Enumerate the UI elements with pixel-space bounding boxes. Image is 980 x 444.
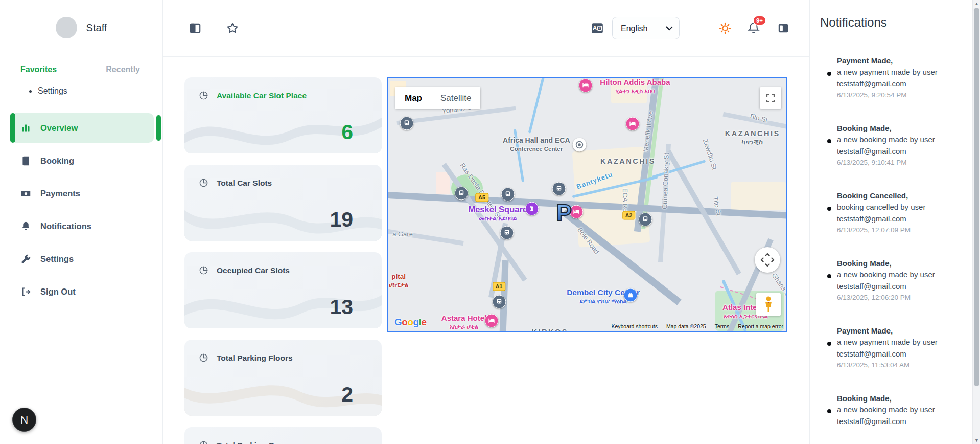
notification-item[interactable]: Payment Made, a new payment made by user… xyxy=(827,55,965,101)
pie-chart-icon xyxy=(199,265,208,275)
notification-item[interactable]: Booking Made, a new booking made by user… xyxy=(827,258,965,303)
bus-stop-pin[interactable] xyxy=(454,187,468,201)
sidebar-item-label: Settings xyxy=(40,254,74,264)
favorite-item-label: Settings xyxy=(38,86,67,96)
bullet-icon xyxy=(827,342,831,346)
map-label: pitalሆስፒታል xyxy=(389,273,408,288)
translate-icon: AZ xyxy=(591,21,604,35)
tab-favorites[interactable]: Favorites xyxy=(20,65,57,74)
pan-control-button[interactable] xyxy=(755,247,780,273)
stat-card-total-slots[interactable]: Total Car Slots 19 xyxy=(184,165,382,241)
stat-card-title: Available Car Slot Place xyxy=(217,91,307,100)
notification-item[interactable]: Payment Made, a new payment made by user… xyxy=(827,325,965,371)
notification-description: a new booking made by user teststaff@gma… xyxy=(837,269,954,292)
favorites-list: Settings xyxy=(0,74,162,96)
notification-item[interactable]: Booking Made, a new booking made by user… xyxy=(827,123,965,168)
parking-marker[interactable]: P xyxy=(556,201,572,225)
bell-icon xyxy=(20,221,31,232)
notification-item[interactable]: Booking Made, a new booking made by user… xyxy=(827,393,965,427)
scroll-up-arrow-icon[interactable]: ▲ xyxy=(973,0,980,7)
map-data-label: Map data ©2025 xyxy=(666,323,706,329)
stat-card-value: 13 xyxy=(330,295,353,319)
sidebar-tabs: Favorites Recently xyxy=(0,65,162,74)
sidebar-item-notifications[interactable]: Notifications xyxy=(10,211,154,241)
notification-title: Booking Made, xyxy=(837,123,954,134)
stats-column: Available Car Slot Place 6 Total Car Slo… xyxy=(184,77,382,444)
bullet-icon xyxy=(827,72,831,76)
report-error-link[interactable]: Report a map error xyxy=(738,323,783,329)
hotel-pin[interactable] xyxy=(484,314,498,328)
bus-stop-pin[interactable] xyxy=(552,182,566,196)
pie-chart-icon xyxy=(199,440,208,444)
window-scrollbar[interactable]: ▲ ▼ xyxy=(972,0,980,444)
map-label: Astara Hotelአስታራ ሆቴል xyxy=(441,314,486,331)
sidebar-item-overview[interactable]: Overview xyxy=(10,113,154,143)
book-icon xyxy=(20,156,31,166)
stat-card-value: 6 xyxy=(341,120,353,144)
favorite-item-settings[interactable]: Settings xyxy=(29,86,162,96)
shopping-pin[interactable] xyxy=(623,288,637,302)
sidebar-nav: Overview Booking Payments Notification xyxy=(0,113,162,306)
sidebar-item-payments[interactable]: Payments xyxy=(10,179,154,208)
dashboard-content: Available Car Slot Place 6 Total Car Slo… xyxy=(163,57,809,444)
bar-chart-icon xyxy=(20,123,31,134)
theme-sun-icon[interactable] xyxy=(718,21,732,35)
scrollbar-thumb[interactable] xyxy=(974,8,979,386)
language-select[interactable]: English xyxy=(612,17,680,39)
satellite-view-button[interactable]: Satellite xyxy=(431,87,480,109)
bus-stop-pin[interactable] xyxy=(639,212,652,226)
sidebar-item-sign-out[interactable]: Sign Out xyxy=(10,277,154,306)
devtools-button[interactable]: N xyxy=(12,408,36,432)
keyboard-shortcuts-link[interactable]: Keyboard shortcuts xyxy=(611,323,657,329)
stat-card-value: 19 xyxy=(330,208,353,232)
active-indicator-right xyxy=(156,115,161,141)
right-panel-toggle-icon[interactable] xyxy=(777,21,790,35)
active-indicator-left xyxy=(10,113,15,143)
stat-card-title: Total Parking Floors xyxy=(217,353,293,363)
google-map[interactable]: Hilton Addis Ababaሂልተን አዲስ አበባYohanis St… xyxy=(387,77,787,332)
hotel-pin[interactable] xyxy=(625,117,639,131)
pegman-icon xyxy=(763,296,774,313)
landmark-pin[interactable] xyxy=(525,202,539,215)
bullet-icon xyxy=(29,90,32,93)
bus-stop-pin[interactable] xyxy=(400,117,413,130)
profile-name: Staff xyxy=(86,22,107,34)
notification-description: booking cancelled by user teststaff@gmai… xyxy=(837,201,954,225)
profile[interactable]: Staff xyxy=(0,0,162,38)
pegman-button[interactable] xyxy=(756,293,781,316)
sidebar-item-label: Overview xyxy=(40,123,78,133)
stat-card-available-slots[interactable]: Available Car Slot Place 6 xyxy=(184,77,382,153)
notification-count-badge: 9+ xyxy=(753,15,766,26)
notifications-bell-button[interactable]: 9+ xyxy=(747,21,760,35)
bus-stop-pin[interactable] xyxy=(500,226,514,240)
sidebar-item-label: Notifications xyxy=(40,221,91,231)
bullet-icon xyxy=(827,207,831,211)
notifications-panel: Notifications Payment Made, a new paymen… xyxy=(809,0,972,444)
notification-timestamp: 6/13/2025, 12:07:09 PM xyxy=(837,225,954,236)
tab-recently[interactable]: Recently xyxy=(106,65,140,74)
sidebar-toggle-icon[interactable] xyxy=(189,21,202,35)
hotel-pin[interactable] xyxy=(579,78,593,92)
stat-card-title: Total Car Slots xyxy=(217,179,272,188)
sidebar-item-settings[interactable]: Settings xyxy=(10,244,154,274)
pie-chart-icon xyxy=(199,353,208,363)
wrench-icon xyxy=(20,254,31,264)
google-logo[interactable]: Google xyxy=(394,317,426,328)
poi-pin[interactable] xyxy=(572,138,586,151)
favorite-star-icon[interactable] xyxy=(226,21,239,35)
stat-card-parking-groups[interactable]: Total Parking Groups xyxy=(184,427,382,444)
bus-stop-pin[interactable] xyxy=(492,295,506,308)
terms-link[interactable]: Terms xyxy=(715,323,730,329)
notification-item[interactable]: Booking Cancelled, booking cancelled by … xyxy=(827,190,965,236)
sidebar-item-booking[interactable]: Booking xyxy=(10,146,154,175)
notification-title: Payment Made, xyxy=(837,325,954,336)
stat-card-occupied-slots[interactable]: Occupied Car Slots 13 xyxy=(184,252,382,328)
notification-description: a new payment made by user teststaff@gma… xyxy=(837,336,954,360)
fullscreen-button[interactable] xyxy=(760,87,781,109)
bus-stop-pin[interactable] xyxy=(501,188,515,202)
stat-card-parking-floors[interactable]: Total Parking Floors 2 xyxy=(184,340,382,416)
app-window: Staff Favorites Recently Settings Overvi… xyxy=(0,0,980,444)
map-view-button[interactable]: Map xyxy=(395,87,431,109)
scroll-down-arrow-icon[interactable]: ▼ xyxy=(973,437,980,444)
map-type-control: Map Satellite xyxy=(395,87,480,109)
